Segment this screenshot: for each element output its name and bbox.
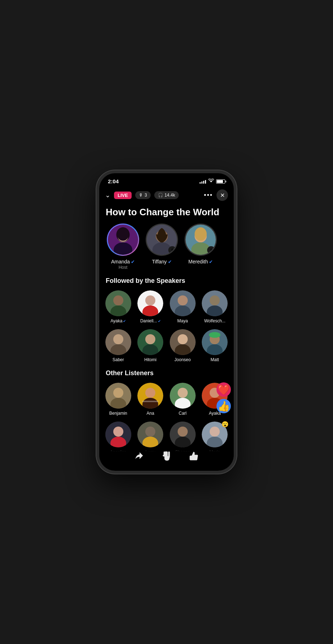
speaker-amanda-name: Amanda ✔: [111, 259, 135, 264]
svg-point-5: [117, 227, 129, 241]
followed-saber-name: Saber: [113, 357, 124, 362]
listener-carl-avatar: [170, 383, 196, 409]
svg-point-29: [145, 334, 155, 344]
speakers-row: Amanda ✔ Host 🎙: [99, 224, 234, 270]
listener-ana-name: Ana: [147, 411, 154, 416]
followed-ayaka[interactable]: Ayaka ✔: [104, 290, 133, 323]
followed-matt[interactable]: Matt: [200, 329, 230, 362]
speaker-tiffany-name: Tiffany ✔: [152, 259, 172, 264]
followed-matt-name: Matt: [211, 357, 219, 362]
speaker-amanda-avatar: [108, 225, 138, 255]
svg-point-39: [113, 388, 123, 398]
listener-carl-name: Carl: [179, 411, 187, 416]
svg-point-14: [113, 295, 123, 305]
svg-point-23: [210, 295, 220, 305]
speaker-meredith-avatar-ring: 🎙: [184, 224, 217, 256]
more-options-button[interactable]: •••: [204, 192, 213, 199]
speaker-tiffany-avatar-ring: 🎙: [146, 224, 178, 256]
followed-ayaka-avatar: [105, 290, 131, 316]
chevron-down-button[interactable]: ⌄: [105, 191, 110, 199]
followed-daniell[interactable]: Daniell... ✔: [136, 290, 165, 323]
listeners-badge: 🎧 14.4k: [154, 191, 179, 199]
svg-rect-44: [142, 401, 158, 402]
followed-wolfesch-name: Wolfesch...: [204, 318, 225, 323]
like-reaction: 👍: [216, 399, 231, 413]
svg-point-37: [209, 332, 220, 338]
speaker-amanda-avatar-ring: [107, 224, 139, 256]
wow-emoji: 😮: [222, 421, 229, 428]
listener-angelica-avatar: [105, 422, 131, 447]
host-label: Host: [119, 265, 128, 270]
verified-icon: ✔: [168, 259, 172, 264]
heart-reaction: ❤️: [216, 382, 231, 397]
speaker-meredith[interactable]: 🎙 Meredith ✔: [183, 224, 219, 270]
followed-joonseo-avatar: [170, 329, 196, 355]
followed-ayaka-name: Ayaka ✔: [110, 318, 126, 323]
followed-maya-name: Maya: [177, 318, 188, 323]
followed-matt-avatar: [202, 329, 228, 355]
speaker-amanda[interactable]: Amanda ✔ Host: [105, 224, 141, 270]
speaker-tiffany[interactable]: 🎙 Tiffany ✔: [144, 224, 180, 270]
followed-maya-avatar: [170, 290, 196, 316]
speaker-meredith-name: Meredith ✔: [188, 259, 213, 264]
wifi-icon: [208, 179, 214, 184]
svg-point-55: [145, 427, 155, 437]
svg-point-46: [178, 388, 188, 398]
live-badge: LIVE: [114, 192, 132, 199]
listener-ana-avatar: [137, 383, 163, 409]
headphone-icon: 🎧: [158, 193, 163, 198]
followed-section-title: Followed by the Speakers: [99, 277, 234, 290]
status-time: 2:04: [108, 178, 119, 184]
followed-wolfesch[interactable]: Wolfesch...: [200, 290, 230, 323]
svg-point-58: [178, 427, 188, 437]
status-icons: [200, 179, 225, 184]
followed-hitomi-name: Hitomi: [144, 357, 156, 362]
svg-point-11: [195, 227, 207, 241]
svg-point-52: [113, 427, 123, 437]
svg-point-42: [145, 388, 155, 398]
listener-benjamin-avatar: [105, 383, 131, 409]
followed-joonseo-name: Joonseo: [174, 357, 191, 362]
raise-hand-button[interactable]: [161, 451, 172, 464]
verified-icon: ✔: [209, 259, 213, 264]
speaker-meredith-avatar: 🎙: [186, 225, 216, 255]
speaker-tiffany-avatar: 🎙: [147, 225, 177, 255]
svg-point-32: [178, 334, 188, 344]
listeners-section-title: Other Listeners: [99, 369, 234, 383]
room-title: How to Change the World: [99, 205, 234, 224]
thumbs-up-button[interactable]: [189, 451, 199, 464]
bottom-toolbar: [99, 447, 234, 471]
svg-point-61: [210, 427, 220, 437]
followed-hitomi[interactable]: Hitomi: [136, 329, 165, 362]
followed-hitomi-avatar: [137, 329, 163, 355]
followed-daniell-avatar: [137, 290, 163, 316]
battery-icon: [216, 179, 225, 184]
listener-carl[interactable]: Carl: [168, 383, 197, 416]
svg-point-17: [145, 295, 155, 305]
followed-wolfesch-avatar: [202, 290, 228, 316]
followed-grid: Ayaka ✔ Daniell... ✔: [99, 290, 234, 369]
followed-maya[interactable]: Maya: [168, 290, 197, 323]
svg-point-26: [113, 334, 123, 344]
tiffany-muted-icon: 🎙: [168, 246, 176, 254]
followed-saber[interactable]: Saber: [104, 329, 133, 362]
listener-sheena-avatar: [170, 422, 196, 447]
listener-benjamin[interactable]: Benjamin: [104, 383, 133, 416]
reactions-overlay: ❤️ 👍: [216, 382, 231, 413]
top-controls: ⌄ LIVE 🎙 3 🎧 14.4k ••• ✕: [99, 187, 234, 205]
verified-icon: ✔: [131, 259, 135, 264]
signal-icon: [200, 179, 206, 184]
followed-daniell-name: Daniell... ✔: [140, 318, 161, 323]
meredith-muted-icon: 🎙: [207, 246, 215, 254]
close-button[interactable]: ✕: [216, 189, 228, 201]
listener-benjamin-name: Benjamin: [109, 411, 127, 416]
mic-count-badge: 🎙 3: [135, 191, 151, 199]
mic-icon: 🎙: [139, 193, 143, 198]
share-button[interactable]: [134, 451, 144, 464]
listener-ana[interactable]: Ana: [136, 383, 165, 416]
followed-saber-avatar: [105, 329, 131, 355]
listener-larry-avatar: [137, 422, 163, 447]
followed-joonseo[interactable]: Joonseo: [168, 329, 197, 362]
svg-point-20: [178, 295, 188, 305]
